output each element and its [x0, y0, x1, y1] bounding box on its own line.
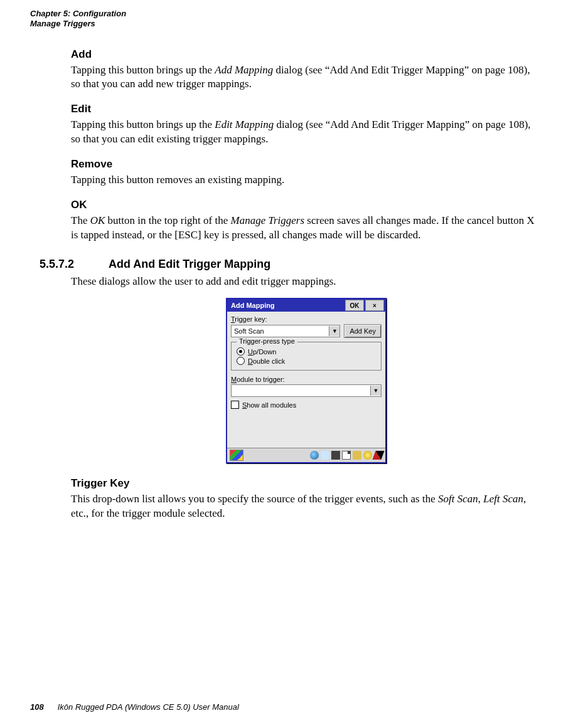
radio-double-click[interactable]: Double click Double click [237, 357, 376, 365]
taskbar [227, 448, 385, 462]
trigger-key-combobox[interactable]: Soft Scan ▼ [231, 325, 340, 337]
heading-add: Add [71, 48, 541, 61]
paragraph-ok: The OK button in the top right of the Ma… [71, 214, 541, 243]
dialog-titlebar: Add Mapping OK × [227, 299, 385, 312]
dialog-ok-button[interactable]: OK [345, 300, 364, 311]
paragraph-add: Tapping this button brings up the Add Ma… [71, 63, 541, 92]
heading-trigger-key: Trigger Key [71, 477, 541, 490]
chevron-down-icon: ▼ [329, 326, 339, 336]
page-number: 108 [30, 702, 44, 712]
running-header-section: Manage Triggers [30, 19, 551, 29]
connection-icon[interactable] [331, 451, 340, 460]
trigger-press-type-group: Trigger-press type Up/Down Up/Down Doubl… [231, 342, 381, 371]
lock-icon[interactable] [353, 451, 361, 460]
add-mapping-dialog: Add Mapping OK × TTrigger key:rigger key… [226, 298, 387, 463]
page-footer: 108 Ikôn Rugged PDA (Windows CE 5.0) Use… [30, 702, 239, 712]
bulb-icon[interactable] [363, 451, 372, 460]
dialog-close-button[interactable]: × [365, 300, 384, 311]
start-button-icon[interactable] [230, 450, 243, 461]
module-to-trigger-label: Module to trigger:Module to trigger: [231, 376, 381, 383]
section-intro: These dialogs allow the user to add and … [71, 275, 541, 289]
group-legend: Trigger-press type [237, 337, 297, 345]
trigger-key-label: TTrigger key:rigger key: [231, 315, 381, 323]
radio-icon [237, 357, 245, 365]
dialog-title: Add Mapping [231, 302, 344, 309]
radio-icon [237, 347, 245, 356]
paragraph-remove: Tapping this button removes an existing … [71, 173, 541, 187]
add-key-button[interactable]: Add Key [344, 324, 381, 338]
radio-up-down[interactable]: Up/Down Up/Down [237, 347, 376, 356]
manual-title: Ikôn Rugged PDA (Windows CE 5.0) User Ma… [58, 702, 239, 712]
running-header: Chapter 5: Configuration Manage Triggers [30, 9, 551, 29]
module-combobox[interactable]: ▼ [231, 384, 381, 397]
trigger-key-value: Soft Scan [234, 327, 264, 335]
pen-icon[interactable] [372, 451, 384, 460]
section-number: 5.5.7.2 [40, 258, 109, 271]
chevron-down-icon: ▼ [370, 386, 381, 396]
paragraph-edit: Tapping this button brings up the Edit M… [71, 118, 541, 147]
heading-edit: Edit [71, 103, 541, 115]
globe-icon[interactable] [310, 451, 319, 460]
heading-remove: Remove [71, 158, 541, 171]
heading-ok: OK [71, 199, 541, 211]
running-header-chapter: Chapter 5: Configuration [30, 9, 551, 19]
section-title: Add And Edit Trigger Mapping [109, 258, 270, 271]
network-icon[interactable] [321, 451, 329, 460]
checkbox-icon [231, 401, 239, 409]
show-all-modules-checkbox[interactable]: Show all modules Show all modules [231, 401, 381, 409]
document-icon[interactable] [342, 451, 351, 460]
paragraph-trigger-key: This drop-down list allows you to specif… [71, 492, 541, 521]
